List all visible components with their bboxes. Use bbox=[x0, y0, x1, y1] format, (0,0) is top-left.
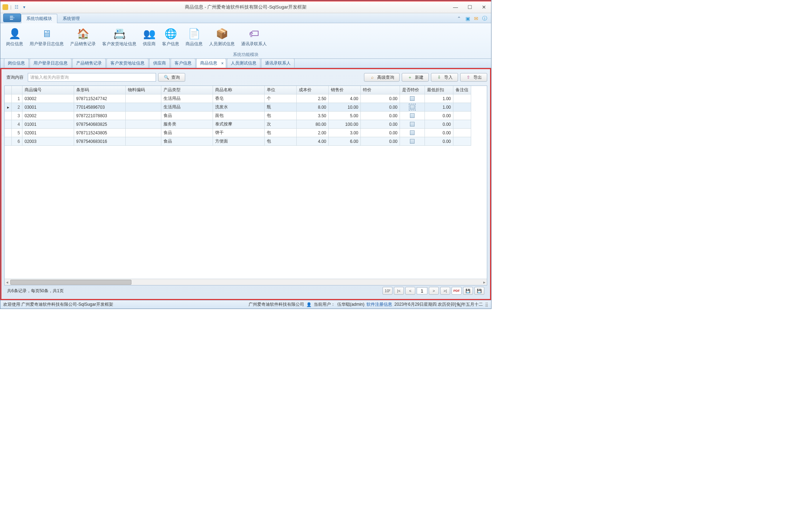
col-header[interactable]: 成本价 bbox=[297, 86, 329, 94]
file-menu-button[interactable] bbox=[3, 14, 21, 22]
ribbon-item[interactable]: 🏷通讯录联系人 bbox=[238, 27, 270, 48]
info-icon[interactable]: ⓘ bbox=[482, 16, 488, 21]
query-input[interactable]: 请输入相关内容查询 bbox=[28, 73, 156, 82]
cell[interactable]: 泰式按摩 bbox=[213, 120, 265, 129]
cell[interactable]: 次 bbox=[265, 120, 297, 129]
ribbon-item[interactable]: 👥供应商 bbox=[140, 27, 158, 48]
ribbon-item[interactable]: 🖥用户登录日志信息 bbox=[27, 27, 67, 48]
save-button[interactable]: 💾 bbox=[463, 287, 473, 295]
cell[interactable]: 个 bbox=[265, 94, 297, 103]
ribbon-item[interactable]: 🌐客户信息 bbox=[159, 27, 182, 48]
save-all-button[interactable]: 💾 bbox=[474, 287, 484, 295]
cell[interactable]: 3.50 bbox=[297, 112, 329, 120]
col-header[interactable]: 商品编号 bbox=[22, 86, 74, 94]
cell[interactable]: 2.50 bbox=[297, 94, 329, 103]
document-tab[interactable]: 产品销售记录 bbox=[72, 58, 106, 68]
col-header[interactable]: 是否特价 bbox=[400, 86, 425, 94]
table-row[interactable]: 5020019787115243805食品饼干包2.003.000.000.00 bbox=[5, 129, 487, 137]
document-tab[interactable]: 人员测试信息 bbox=[227, 58, 260, 68]
cell[interactable]: 面包 bbox=[213, 112, 265, 120]
first-page-button[interactable]: |< bbox=[394, 287, 404, 295]
cell[interactable]: 0.00 bbox=[361, 94, 400, 103]
checkbox-icon[interactable] bbox=[410, 122, 415, 127]
cell[interactable]: 9787221078803 bbox=[74, 112, 126, 120]
cell[interactable]: 01001 bbox=[22, 120, 74, 129]
cell[interactable] bbox=[126, 137, 161, 146]
cell[interactable]: 包 bbox=[265, 112, 297, 120]
cell[interactable]: 瓶 bbox=[265, 103, 297, 112]
cell[interactable]: 770145896703 bbox=[74, 103, 126, 112]
document-tab[interactable]: 供应商 bbox=[149, 58, 170, 68]
cell[interactable]: 0.00 bbox=[425, 129, 453, 137]
checkbox-icon[interactable] bbox=[410, 130, 415, 135]
cell[interactable]: 02001 bbox=[22, 129, 74, 137]
checkbox-icon[interactable] bbox=[410, 139, 415, 144]
cell[interactable]: 3.00 bbox=[329, 129, 361, 137]
minimize-button[interactable]: — bbox=[448, 2, 463, 12]
qat-layout-icon[interactable]: ☷ bbox=[14, 4, 19, 10]
new-button[interactable]: ＋ 新建 bbox=[402, 73, 429, 82]
ribbon-item[interactable]: 👤岗位信息 bbox=[3, 27, 26, 48]
document-tab[interactable]: 商品信息× bbox=[196, 58, 226, 68]
cell[interactable]: 包 bbox=[265, 129, 297, 137]
table-row[interactable]: ▸203001770145896703生活用品洗发水瓶8.0010.000.00… bbox=[5, 103, 487, 112]
cell[interactable]: 03002 bbox=[22, 94, 74, 103]
export-button[interactable]: ⇧ 导出 bbox=[460, 73, 487, 82]
cell[interactable]: 5.00 bbox=[329, 112, 361, 120]
menu-tab[interactable]: 系统管理 bbox=[57, 14, 85, 23]
col-header[interactable]: 最低折扣 bbox=[425, 86, 453, 94]
cell[interactable]: 9787115243805 bbox=[74, 129, 126, 137]
cell[interactable]: 0.00 bbox=[361, 137, 400, 146]
cell[interactable]: 9787540683825 bbox=[74, 120, 126, 129]
chat-icon[interactable]: ▣ bbox=[465, 16, 470, 21]
cell[interactable]: 洗发水 bbox=[213, 103, 265, 112]
cell[interactable]: 0.00 bbox=[425, 112, 453, 120]
ribbon-item[interactable]: 📄商品信息 bbox=[183, 27, 205, 48]
cell[interactable]: 饼干 bbox=[213, 129, 265, 137]
table-row[interactable]: 4010019787540683825服务类泰式按摩次80.00100.000.… bbox=[5, 120, 487, 129]
cell[interactable]: 0.00 bbox=[361, 120, 400, 129]
cell[interactable] bbox=[126, 112, 161, 120]
document-tab[interactable]: 客户发货地址信息 bbox=[106, 58, 149, 68]
cell[interactable] bbox=[126, 120, 161, 129]
import-button[interactable]: ⇩ 导入 bbox=[431, 73, 458, 82]
cell[interactable] bbox=[400, 94, 425, 103]
cell[interactable]: 4.00 bbox=[297, 137, 329, 146]
cell[interactable]: 方便面 bbox=[213, 137, 265, 146]
cell[interactable]: 03001 bbox=[22, 103, 74, 112]
advanced-search-button[interactable]: ⌕ 高级查询 bbox=[364, 73, 400, 82]
cell[interactable]: 2.00 bbox=[297, 129, 329, 137]
cell[interactable] bbox=[453, 120, 471, 129]
cell[interactable] bbox=[453, 129, 471, 137]
cell[interactable]: 1.00 bbox=[425, 103, 453, 112]
qat-dropdown-icon[interactable]: ▾ bbox=[21, 4, 27, 10]
prev-page-button[interactable]: < bbox=[405, 287, 415, 295]
col-header[interactable]: 销售价 bbox=[329, 86, 361, 94]
cell[interactable]: 0.00 bbox=[361, 112, 400, 120]
cell[interactable] bbox=[400, 103, 425, 112]
cell[interactable] bbox=[400, 137, 425, 146]
cell[interactable] bbox=[126, 103, 161, 112]
cell[interactable]: 食品 bbox=[161, 129, 213, 137]
ribbon-item[interactable]: 📦人员测试信息 bbox=[206, 27, 238, 48]
table-row[interactable]: 6020039787540683016食品方便面包4.006.000.000.0… bbox=[5, 137, 487, 146]
ribbon-collapse-icon[interactable]: ⌃ bbox=[456, 16, 462, 21]
document-tab[interactable]: 用户登录日志信息 bbox=[30, 58, 72, 68]
cell[interactable]: 9787115247742 bbox=[74, 94, 126, 103]
close-tab-icon[interactable]: × bbox=[221, 61, 224, 66]
cell[interactable]: 生活用品 bbox=[161, 94, 213, 103]
cell[interactable] bbox=[126, 94, 161, 103]
cell[interactable]: 1.00 bbox=[425, 94, 453, 103]
col-header[interactable]: 特价 bbox=[361, 86, 400, 94]
page-number-input[interactable] bbox=[417, 287, 427, 294]
cell[interactable] bbox=[453, 112, 471, 120]
col-header[interactable]: 备注信 bbox=[453, 86, 471, 94]
cell[interactable]: 食品 bbox=[161, 112, 213, 120]
col-header[interactable]: 条形码 bbox=[74, 86, 126, 94]
export-pdf-button[interactable]: PDF bbox=[452, 287, 462, 295]
col-header[interactable]: 单位 bbox=[265, 86, 297, 94]
cell[interactable]: 香皂 bbox=[213, 94, 265, 103]
document-tab[interactable]: 岗位信息 bbox=[4, 58, 29, 68]
last-page-button[interactable]: >| bbox=[440, 287, 450, 295]
cell[interactable] bbox=[400, 129, 425, 137]
